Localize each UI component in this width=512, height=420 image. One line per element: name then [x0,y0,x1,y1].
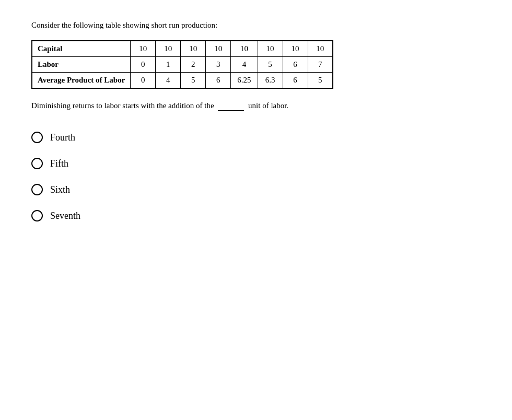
labor-val-2: 1 [156,57,181,73]
option-sixth-label: Sixth [50,184,70,195]
question-text: Diminishing returns to labor starts with… [31,101,481,111]
radio-sixth[interactable] [31,184,43,195]
question-before: Diminishing returns to labor starts with… [31,101,214,110]
capital-val-6: 10 [258,41,283,57]
labor-val-5: 4 [231,57,258,73]
avg-val-5: 6.25 [231,73,258,89]
question-after: unit of labor. [248,101,288,110]
capital-val-5: 10 [231,41,258,57]
labor-val-4: 3 [206,57,231,73]
capital-val-2: 10 [156,41,181,57]
option-fifth[interactable]: Fifth [31,158,481,169]
radio-seventh[interactable] [31,210,43,221]
labor-val-7: 6 [283,57,308,73]
avg-val-7: 6 [283,73,308,89]
option-sixth[interactable]: Sixth [31,184,481,195]
avg-val-6: 6.3 [258,73,283,89]
production-table: Capital 10 10 10 10 10 10 10 10 Labor 0 … [31,40,481,89]
option-fourth-label: Fourth [50,132,75,143]
capital-val-1: 10 [131,41,156,57]
capital-val-4: 10 [206,41,231,57]
table-row-capital: Capital 10 10 10 10 10 10 10 10 [32,41,333,57]
labor-val-1: 0 [131,57,156,73]
table-row-avg-product: Average Product of Labor 0 4 5 6 6.25 6.… [32,73,333,89]
labor-label: Labor [32,57,131,73]
avg-product-label: Average Product of Labor [32,73,131,89]
capital-val-8: 10 [308,41,333,57]
option-fourth[interactable]: Fourth [31,132,481,143]
avg-val-4: 6 [206,73,231,89]
answer-options: Fourth Fifth Sixth Seventh [31,132,481,221]
intro-text: Consider the following table showing sho… [31,21,481,30]
capital-label: Capital [32,41,131,57]
capital-val-7: 10 [283,41,308,57]
option-fifth-label: Fifth [50,158,68,169]
table-row-labor: Labor 0 1 2 3 4 5 6 7 [32,57,333,73]
capital-val-3: 10 [181,41,206,57]
labor-val-6: 5 [258,57,283,73]
labor-val-8: 7 [308,57,333,73]
avg-val-1: 0 [131,73,156,89]
option-seventh-label: Seventh [50,211,80,221]
avg-val-8: 5 [308,73,333,89]
option-seventh[interactable]: Seventh [31,210,481,221]
avg-val-2: 4 [156,73,181,89]
radio-fourth[interactable] [31,132,43,143]
answer-blank [218,101,244,111]
radio-fifth[interactable] [31,158,43,169]
avg-val-3: 5 [181,73,206,89]
labor-val-3: 2 [181,57,206,73]
